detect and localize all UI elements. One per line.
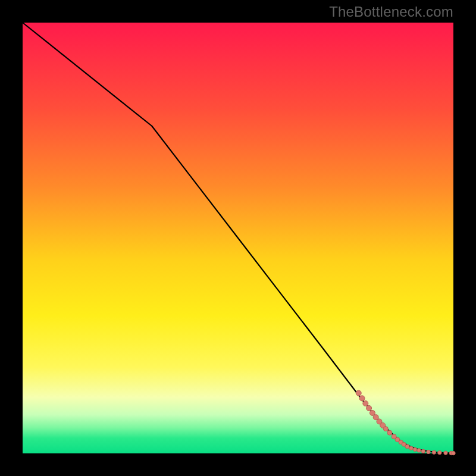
data-marker xyxy=(413,447,416,451)
data-marker xyxy=(438,451,441,455)
data-marker xyxy=(405,444,409,449)
data-marker xyxy=(409,446,413,450)
source-attribution: TheBottleneck.com xyxy=(329,4,453,20)
data-marker xyxy=(427,450,430,453)
data-marker xyxy=(421,449,425,453)
bottleneck-curve xyxy=(23,23,453,453)
data-marker xyxy=(417,449,421,452)
data-marker xyxy=(444,451,447,455)
data-marker xyxy=(359,396,365,401)
data-marker xyxy=(363,401,368,406)
chart-frame: TheBottleneck.com xyxy=(0,0,476,476)
data-marker xyxy=(383,427,388,431)
data-marker xyxy=(452,451,455,455)
data-marker xyxy=(432,450,436,454)
chart-overlay xyxy=(23,23,453,453)
data-marker xyxy=(367,405,372,411)
data-marker xyxy=(387,430,392,435)
data-marker xyxy=(356,390,361,396)
